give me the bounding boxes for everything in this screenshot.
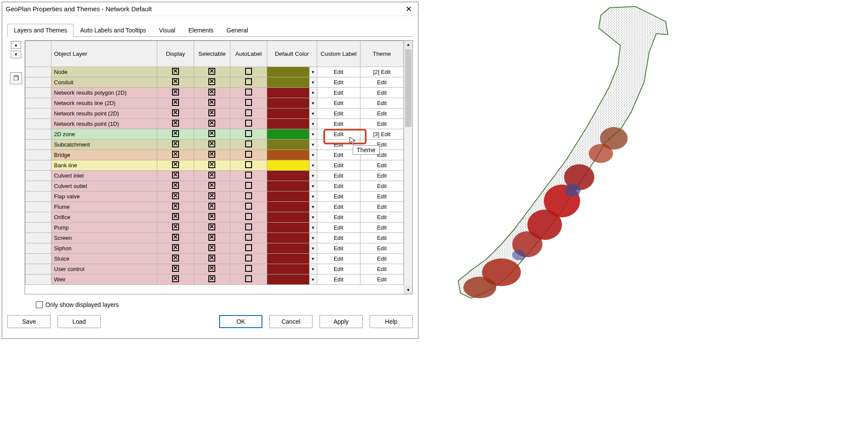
row-header[interactable] [26, 88, 51, 98]
save-button[interactable]: Save [7, 315, 51, 328]
autolabel-checkbox[interactable] [245, 130, 252, 137]
theme-edit[interactable]: Edit [360, 264, 403, 274]
autolabel-checkbox[interactable] [245, 89, 252, 96]
selectable-checkbox[interactable] [208, 68, 215, 75]
display-checkbox[interactable] [172, 213, 179, 220]
theme-edit[interactable]: Edit [360, 243, 403, 254]
color-swatch[interactable] [267, 98, 309, 108]
tab-auto-labels-and-tooltips[interactable]: Auto Labels and Tooltips [73, 24, 152, 37]
selectable-checkbox[interactable] [208, 172, 215, 179]
display-checkbox[interactable] [172, 172, 179, 179]
selectable-checkbox[interactable] [208, 78, 215, 85]
custom-label-edit[interactable]: Edit [317, 88, 360, 98]
layer-name-cell[interactable]: Network results point (1D) [51, 119, 157, 129]
theme-edit[interactable]: [2] Edit [360, 67, 403, 77]
selectable-checkbox[interactable] [208, 140, 215, 147]
layer-name-cell[interactable]: Sluice [51, 254, 157, 264]
layer-name-cell[interactable]: Bridge [51, 150, 157, 160]
custom-label-edit[interactable]: Edit [317, 98, 360, 108]
layer-name-cell[interactable]: User control [51, 264, 157, 274]
display-checkbox[interactable] [172, 223, 179, 230]
theme-edit[interactable]: Edit [360, 98, 403, 108]
display-checkbox[interactable] [172, 89, 179, 96]
theme-edit[interactable]: Edit [360, 202, 403, 212]
custom-label-edit[interactable]: Edit [317, 254, 360, 264]
layer-name-cell[interactable]: Network results polygon (2D) [51, 88, 157, 98]
display-checkbox[interactable] [172, 244, 179, 251]
color-swatch[interactable] [267, 202, 309, 212]
selectable-checkbox[interactable] [208, 265, 215, 272]
selectable-checkbox[interactable] [208, 151, 215, 158]
color-swatch[interactable] [267, 181, 309, 191]
theme-edit[interactable]: [3] Edit [360, 129, 403, 140]
selectable-checkbox[interactable] [208, 192, 215, 199]
row-header[interactable] [26, 243, 51, 254]
display-checkbox[interactable] [172, 109, 179, 116]
color-dropdown-icon[interactable]: ▼ [309, 98, 317, 108]
custom-label-edit[interactable]: Edit [317, 274, 360, 285]
display-checkbox[interactable] [172, 255, 179, 261]
row-header[interactable] [26, 129, 51, 140]
autolabel-checkbox[interactable] [245, 161, 252, 168]
color-dropdown-icon[interactable]: ▼ [309, 274, 317, 284]
color-swatch[interactable] [267, 243, 309, 253]
color-swatch[interactable] [267, 254, 309, 264]
theme-edit[interactable]: Edit [360, 77, 403, 88]
layer-name-cell[interactable]: Orifice [51, 212, 157, 223]
layer-name-cell[interactable]: 2D zone [51, 129, 157, 140]
load-button[interactable]: Load [57, 315, 101, 328]
selectable-checkbox[interactable] [208, 255, 215, 261]
row-header[interactable] [26, 171, 51, 181]
move-up-button[interactable]: ▲ [11, 41, 21, 49]
row-header[interactable] [26, 140, 51, 150]
display-checkbox[interactable] [172, 120, 179, 127]
color-dropdown-icon[interactable]: ▼ [309, 108, 317, 118]
color-dropdown-icon[interactable]: ▼ [309, 160, 317, 170]
row-header[interactable] [26, 150, 51, 160]
autolabel-checkbox[interactable] [245, 68, 252, 75]
display-checkbox[interactable] [172, 99, 179, 106]
color-swatch[interactable] [267, 171, 309, 181]
apply-button[interactable]: Apply [319, 315, 363, 328]
color-dropdown-icon[interactable]: ▼ [309, 88, 317, 98]
custom-label-edit[interactable]: Edit [317, 223, 360, 233]
move-down-button[interactable]: ▼ [11, 51, 21, 58]
scroll-up-icon[interactable]: ▲ [404, 41, 412, 48]
selectable-checkbox[interactable] [208, 99, 215, 106]
color-dropdown-icon[interactable]: ▼ [309, 254, 317, 264]
row-header[interactable] [26, 119, 51, 129]
color-dropdown-icon[interactable]: ▼ [309, 67, 317, 77]
tab-visual[interactable]: Visual [153, 24, 182, 37]
layer-name-cell[interactable]: Pump [51, 223, 157, 233]
theme-edit[interactable]: Edit [360, 88, 403, 98]
custom-label-edit[interactable]: Edit [317, 171, 360, 181]
color-swatch[interactable] [267, 274, 309, 284]
display-checkbox[interactable] [172, 182, 179, 189]
row-header[interactable] [26, 108, 51, 119]
row-header[interactable] [26, 223, 51, 233]
autolabel-checkbox[interactable] [245, 192, 252, 199]
display-checkbox[interactable] [172, 78, 179, 85]
cancel-button[interactable]: Cancel [269, 315, 313, 328]
selectable-checkbox[interactable] [208, 244, 215, 251]
display-checkbox[interactable] [172, 68, 179, 75]
color-dropdown-icon[interactable]: ▼ [309, 171, 317, 181]
copy-button[interactable]: ❐ [10, 72, 22, 84]
selectable-checkbox[interactable] [208, 213, 215, 220]
display-checkbox[interactable] [172, 151, 179, 158]
row-header[interactable] [26, 254, 51, 264]
display-checkbox[interactable] [172, 275, 179, 282]
custom-label-edit[interactable]: Edit [317, 119, 360, 129]
ok-button[interactable]: OK [219, 315, 262, 328]
display-checkbox[interactable] [172, 234, 179, 241]
autolabel-checkbox[interactable] [245, 234, 252, 241]
selectable-checkbox[interactable] [208, 161, 215, 168]
color-swatch[interactable] [267, 129, 309, 139]
custom-label-edit[interactable]: Edit [317, 243, 360, 254]
color-dropdown-icon[interactable]: ▼ [309, 202, 317, 212]
row-header[interactable] [26, 181, 51, 191]
color-dropdown-icon[interactable]: ▼ [309, 264, 317, 274]
row-header[interactable] [26, 67, 51, 77]
row-header[interactable] [26, 98, 51, 108]
color-swatch[interactable] [267, 191, 309, 201]
